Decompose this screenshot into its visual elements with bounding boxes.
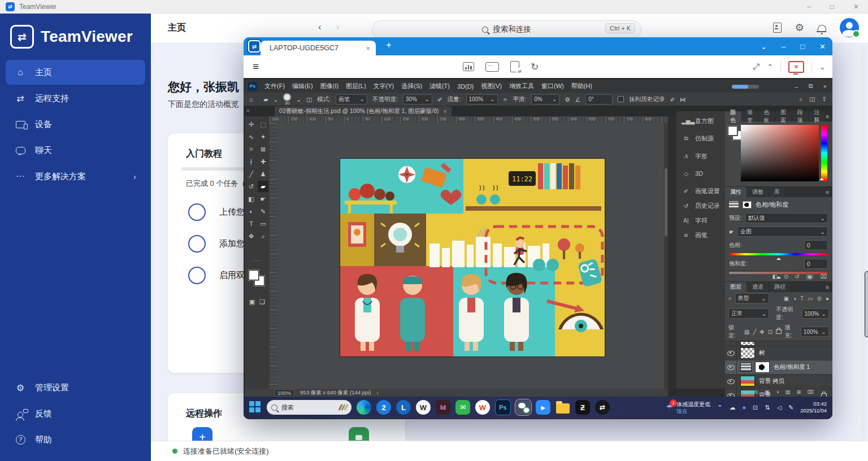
airbrush-icon[interactable]: ✧ [503, 96, 508, 103]
network-icon[interactable]: ⇅ [765, 404, 770, 411]
healing-brush-tool[interactable]: ✚ [258, 156, 268, 167]
frame-tool[interactable]: ⊠ [258, 143, 268, 155]
collapse-toolbar-icon[interactable]: ⌃ [767, 63, 773, 71]
canvas-scrollbar[interactable] [664, 123, 668, 389]
session-close-button[interactable]: ✕ [819, 42, 826, 51]
panel-menu-icon[interactable]: ≡ [826, 187, 832, 197]
menu-image[interactable]: 图像(I) [320, 82, 338, 90]
start-button[interactable] [249, 401, 262, 414]
tab-patterns[interactable]: 图案 [775, 111, 792, 121]
tab-channels[interactable]: 通道 [747, 282, 769, 292]
settings-gear-icon[interactable]: ⚙ [795, 21, 804, 34]
history-brush-tool[interactable]: ↺ [246, 181, 257, 192]
workspace-icon[interactable]: ◫ [809, 95, 815, 103]
hue-strip[interactable] [821, 125, 827, 181]
delete-layer-icon[interactable]: ⌧ [807, 389, 813, 395]
tray-app-icon[interactable]: ● [742, 404, 746, 411]
layer-opacity-select[interactable]: 100%⌄ [802, 308, 829, 319]
new-adjustment-icon[interactable]: ◑ [776, 389, 779, 395]
menu-file[interactable]: 文件(F) [264, 82, 285, 90]
hand-tool[interactable]: ✥ [246, 230, 257, 242]
host-minimize-button[interactable]: – [807, 3, 811, 11]
screen-mode-icon[interactable]: ❏ [259, 298, 265, 306]
panel-menu-icon[interactable]: ≡ [826, 111, 832, 121]
channel-select[interactable]: 全图⌄ [737, 227, 828, 237]
tab-layers[interactable]: 图层 [725, 282, 747, 292]
adjustment-layer-thumbnail[interactable] [740, 363, 752, 372]
filter-adjustment-icon[interactable]: ◑ [793, 295, 796, 302]
lock-move-icon[interactable]: ✥ [760, 329, 764, 335]
filter-shape-icon[interactable]: ▭ [808, 295, 813, 302]
host-maximize-button[interactable]: □ [830, 3, 834, 11]
close-tab-icon[interactable]: × [366, 44, 370, 53]
layer-row-tree[interactable]: 树 [725, 346, 832, 360]
menu-3d[interactable]: 3D(D) [457, 83, 474, 90]
layer-filter-select[interactable]: 类型⌄ [735, 293, 769, 303]
quick-mask-icon[interactable]: ▣ [249, 298, 255, 306]
layer-search-icon[interactable]: ⌕ [728, 295, 732, 302]
dodge-tool[interactable]: ◐ [246, 206, 257, 217]
brush-panel-toggle-icon[interactable]: ◫ [306, 96, 312, 103]
sidebar-item-chat[interactable]: 聊天 [6, 138, 145, 163]
session-minimize-button[interactable]: – [782, 42, 785, 51]
indesign-icon[interactable]: Id [436, 400, 450, 415]
meeting-app-icon[interactable]: ▶ [536, 400, 550, 415]
angle-input[interactable]: 0° [585, 94, 613, 105]
tab-adjustments[interactable]: 调整 [747, 187, 769, 197]
tab-swatches[interactable]: 色板 [758, 111, 775, 121]
fill-select[interactable]: 100%⌄ [801, 327, 829, 337]
layer-effects-icon[interactable]: fx [754, 389, 758, 395]
lock-paint-icon[interactable]: ╱ [753, 329, 756, 335]
notifications-bell-icon[interactable] [818, 25, 826, 32]
home-icon[interactable]: ⌂ [249, 96, 253, 103]
sidebar-item-devices[interactable]: 设备 [6, 112, 145, 137]
volume-icon[interactable]: ◁ [776, 404, 781, 411]
session-menu-icon[interactable]: ≡ [253, 60, 259, 73]
task-checkbox[interactable] [188, 235, 206, 253]
file-explorer-icon[interactable] [555, 400, 570, 415]
lasso-tool[interactable]: ∿ [246, 131, 257, 142]
eraser-tool-icon[interactable]: ▰ [263, 96, 268, 103]
session-connection-icon[interactable] [485, 62, 499, 72]
reset-icon[interactable]: ↺ [795, 273, 799, 280]
document-tab[interactable]: 03曹晓敏-假期生活.psd @ 100% (色相/饱和度 1, 图层蒙版/8)… [275, 106, 452, 116]
session-stats-icon[interactable] [463, 62, 474, 71]
ps-minimize-button[interactable]: – [795, 83, 798, 90]
menu-plugins[interactable]: 增效工具 [509, 82, 534, 90]
color-gradient-picker[interactable] [741, 125, 819, 181]
lenovo-manager-icon[interactable]: L [396, 400, 411, 415]
lock-transparent-icon[interactable]: ▨ [744, 329, 749, 335]
type-tool[interactable]: T [246, 218, 257, 229]
color-swatches[interactable] [249, 270, 266, 287]
sidebar-item-more-solutions[interactable]: ··· 更多解决方案 › [6, 164, 145, 189]
hue-slider[interactable] [729, 253, 828, 255]
menu-help[interactable]: 帮助(H) [571, 82, 592, 90]
flow-select[interactable]: 100%⌄ [466, 94, 498, 105]
magic-wand-tool[interactable]: ✦ [258, 131, 268, 142]
menu-window[interactable]: 窗口(W) [541, 82, 564, 90]
layer-visibility-toggle[interactable] [725, 346, 737, 360]
sidebar-item-feedback[interactable]: 反馈 [6, 401, 145, 426]
host-close-button[interactable]: ✕ [853, 3, 859, 11]
address-book-icon[interactable] [773, 23, 782, 33]
search-input[interactable]: 搜索和连接 Ctrl + K [372, 20, 641, 38]
panel-brushes[interactable]: ≋画笔 [676, 228, 725, 242]
symmetry-icon[interactable]: ⋈ [680, 96, 686, 103]
panel-character[interactable]: A|字符 [676, 213, 725, 228]
foreground-color[interactable] [249, 270, 259, 280]
ps-search-icon[interactable]: ⌕ [799, 95, 802, 103]
file-transfer-icon[interactable] [510, 61, 519, 72]
edit-toolbar-icon[interactable]: ··· [245, 258, 270, 263]
new-layer-icon[interactable]: ⊞ [796, 389, 801, 395]
add-mask-icon[interactable]: ▣ [765, 389, 770, 395]
filter-smart-icon[interactable]: ⊘ [817, 295, 822, 302]
crop-tool[interactable]: ⌗ [246, 143, 257, 155]
lock-all-icon[interactable] [776, 329, 782, 334]
tab-libraries[interactable]: 库 [769, 187, 785, 197]
tab-notes[interactable]: 注释 [809, 111, 826, 121]
sidebar-item-admin-settings[interactable]: ⚙ 管理设置 [6, 375, 145, 400]
menu-view[interactable]: 视图(V) [481, 82, 502, 90]
brush-preview[interactable] [283, 93, 291, 101]
teamviewer-taskbar-icon[interactable]: ⇄ [595, 400, 610, 415]
tray-expand-icon[interactable]: ⌃ [717, 404, 722, 411]
